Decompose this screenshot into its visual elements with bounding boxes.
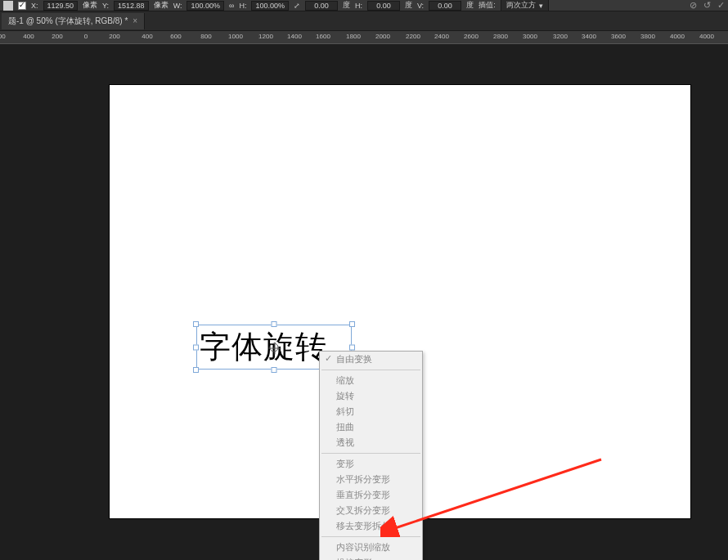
h-label: H: (239, 2, 246, 10)
ruler-tick: 1800 (346, 33, 361, 40)
ruler-tick: 2400 (434, 33, 449, 40)
menu-split-h[interactable]: 水平拆分变形 (320, 472, 422, 487)
commit-icon[interactable]: ✓ (717, 0, 725, 11)
x-input[interactable]: 1129.50 (43, 1, 79, 11)
document-tab[interactable]: 题-1 @ 50% (字体旋转, RGB/8) * × (2, 13, 145, 29)
y-unit: 像素 (154, 0, 169, 11)
y-input[interactable]: 1512.88 (114, 1, 149, 11)
menu-divider (321, 370, 420, 370)
chevron-down-icon: ▾ (539, 2, 543, 10)
tab-title: 题-1 @ 50% (字体旋转, RGB/8) * (8, 16, 128, 27)
pivot-point-icon[interactable] (270, 343, 279, 352)
menu-puppet[interactable]: 操控变形 (320, 555, 422, 560)
ruler-tick: 2800 (493, 33, 508, 40)
ruler-tick: 200 (109, 33, 119, 40)
commit-icons: ⊘ ↺ ✓ (690, 0, 725, 11)
ruler-tick: 3000 (523, 33, 537, 40)
ruler-tick: 400 (23, 33, 34, 40)
menu-remove-split[interactable]: 移去变形拆分 (320, 518, 422, 534)
workspace: 字体旋转 自由变换 缩放 旋转 斜切 扭曲 透视 变形 水平拆分变形 垂直拆分变… (0, 44, 728, 560)
menu-divider (321, 536, 420, 537)
ruler-tick: 2200 (406, 33, 420, 40)
menu-distort[interactable]: 扭曲 (320, 419, 422, 435)
menu-divider (321, 453, 420, 454)
vskew-input[interactable]: 0.00 (429, 1, 461, 11)
ruler-tick: 600 (170, 33, 181, 40)
ruler-tick: 1000 (228, 33, 243, 40)
menu-split-v[interactable]: 垂直拆分变形 (320, 487, 422, 503)
menu-perspective[interactable]: 透视 (320, 435, 422, 450)
handle-mid-left[interactable] (193, 344, 199, 350)
handle-mid-right[interactable] (349, 344, 355, 350)
ruler-tick: 3200 (553, 33, 568, 40)
handle-bottom-mid[interactable] (272, 367, 277, 373)
ruler-tick: 400 (142, 33, 152, 40)
menu-scale[interactable]: 缩放 (320, 373, 422, 388)
interpolation-dropdown[interactable]: 两次立方 ▾ (501, 0, 549, 11)
interp-value: 两次立方 (506, 0, 536, 11)
angle-input[interactable]: 0.00 (305, 1, 338, 11)
ruler-tick: 600 (0, 33, 6, 40)
y-label: Y: (102, 2, 109, 10)
menu-split-cross[interactable]: 交叉拆分变形 (320, 503, 422, 518)
ruler-tick: 4000 (670, 33, 685, 40)
hskew-input[interactable]: 0.00 (367, 1, 400, 11)
ruler-tick: 3800 (640, 33, 655, 40)
menu-warp[interactable]: 变形 (320, 456, 422, 472)
ruler-tick: 3400 (582, 33, 596, 40)
reference-toggle[interactable] (18, 2, 26, 10)
handle-top-right[interactable] (349, 321, 355, 327)
reference-point-icon[interactable] (3, 1, 13, 11)
h-input[interactable]: 100.00% (251, 1, 289, 11)
hskew-label: H: (355, 2, 362, 10)
ruler-tick: 0 (84, 33, 88, 40)
link-icon[interactable]: ∞ (229, 2, 234, 10)
ruler-tick: 1600 (316, 33, 330, 40)
angle-unit: 度 (343, 0, 350, 11)
reset-icon[interactable]: ↺ (703, 0, 711, 11)
hskew-unit: 度 (405, 0, 412, 11)
interp-label: 插值: (479, 0, 496, 11)
document-tab-bar: 题-1 @ 50% (字体旋转, RGB/8) * × (0, 11, 728, 31)
ruler-tick: 2000 (375, 33, 390, 40)
ruler-tick: 1400 (287, 33, 302, 40)
w-input[interactable]: 100.00% (186, 1, 224, 11)
menu-rotate[interactable]: 旋转 (320, 388, 422, 404)
vskew-unit: 度 (466, 0, 474, 11)
ruler-tick: 1200 (258, 33, 273, 40)
ruler-tick: 2600 (464, 33, 479, 40)
cancel-icon[interactable]: ⊘ (690, 0, 697, 11)
handle-bottom-left[interactable] (193, 367, 199, 373)
ruler-tick: 200 (52, 33, 62, 40)
x-label: X: (31, 2, 38, 10)
vskew-label: V: (417, 2, 424, 10)
menu-content-aware[interactable]: 内容识别缩放 (320, 540, 422, 555)
menu-free-transform[interactable]: 自由变换 (320, 352, 422, 367)
ruler-tick: 4000 (699, 33, 714, 40)
ruler-tick: 800 (200, 33, 211, 40)
horizontal-ruler: 6004002000200400600800100012001400160018… (0, 31, 728, 44)
x-unit: 像素 (83, 0, 97, 11)
close-icon[interactable]: × (133, 16, 137, 25)
transform-context-menu: 自由变换 缩放 旋转 斜切 扭曲 透视 变形 水平拆分变形 垂直拆分变形 交叉拆… (319, 351, 423, 560)
handle-top-left[interactable] (193, 321, 199, 327)
angle-icon: ⤢ (294, 2, 300, 10)
menu-skew[interactable]: 斜切 (320, 404, 422, 419)
handle-top-mid[interactable] (272, 321, 277, 327)
w-label: W: (173, 2, 182, 10)
options-bar: X: 1129.50 像素 Y: 1512.88 像素 W: 100.00% ∞… (0, 0, 728, 11)
ruler-tick: 3600 (611, 33, 626, 40)
